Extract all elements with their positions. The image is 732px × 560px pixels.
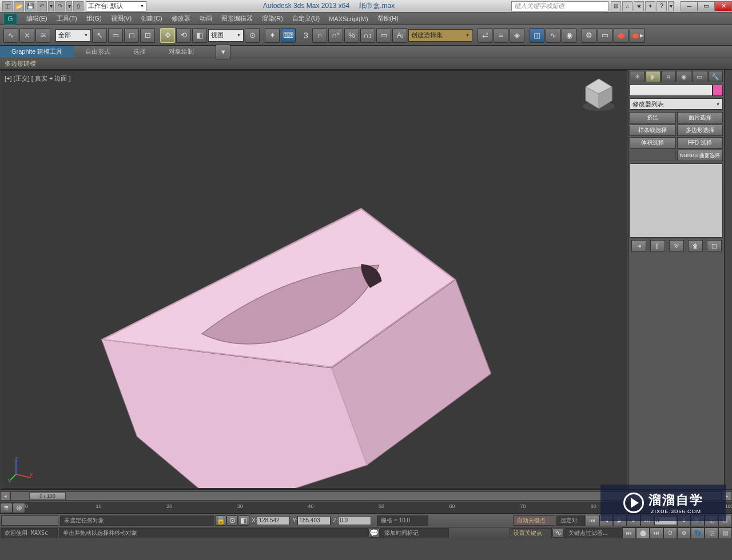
app-menu-icon[interactable]: G — [3, 13, 17, 25]
infocenter-icon[interactable]: ⊞ — [611, 1, 621, 11]
viewcube-icon[interactable] — [579, 74, 619, 114]
nav-walk-icon[interactable]: 👣 — [691, 527, 705, 539]
material-editor-icon[interactable]: ◉ — [562, 28, 576, 43]
menu-grapheditors[interactable]: 图形编辑器 — [217, 13, 257, 25]
percent-snap-icon[interactable]: % — [344, 28, 359, 43]
render-prod-icon[interactable]: 🫖 — [614, 28, 628, 43]
render-icon[interactable]: 🫖▸ — [630, 28, 645, 43]
qat-save-icon[interactable]: 💾 — [25, 1, 35, 11]
menu-tools[interactable]: 工具(T) — [52, 13, 82, 25]
object-name-input[interactable] — [630, 85, 713, 96]
tab-display-icon[interactable]: ▭ — [692, 71, 707, 82]
snap-toggle-icon[interactable]: ∩ — [312, 28, 327, 43]
sel-lock-icon[interactable]: 🔒 — [215, 515, 226, 526]
object-color-swatch[interactable] — [713, 85, 723, 96]
time-config-icon[interactable]: ⏱ — [663, 527, 677, 539]
help-icon[interactable]: ? — [657, 1, 667, 11]
menu-customize[interactable]: 自定义(U) — [288, 13, 324, 25]
pivot-center-icon[interactable]: ⊙ — [245, 28, 260, 43]
named-selection-combo[interactable]: 创建选择集 — [408, 29, 472, 42]
menu-maxscript[interactable]: MAXScript(M) — [324, 13, 372, 25]
btn-nurbs[interactable]: NURBS 曲面选择 — [677, 150, 723, 161]
slider-prev-icon[interactable]: ◂ — [0, 491, 10, 501]
link-icon[interactable]: ∿ — [3, 28, 18, 43]
viewport-label[interactable]: [+] [正交] [ 真实 + 边面 ] — [5, 74, 71, 83]
y-input[interactable] — [297, 516, 331, 525]
layer-manager-icon[interactable]: ◈ — [510, 28, 524, 43]
autokey-button[interactable]: 自动关键点 — [513, 515, 555, 526]
curve-editor-icon[interactable]: ◫ — [530, 28, 544, 43]
trackbar-key-icon[interactable]: ⊕ — [13, 503, 25, 513]
viewport[interactable]: [+] [正交] [ 真实 + 边面 ] x — [1, 70, 627, 489]
select-region-icon[interactable]: ◻ — [124, 28, 139, 43]
key-filters[interactable]: 关键点过滤器... — [564, 528, 622, 538]
edit-named-sel-icon[interactable]: ▭ — [376, 28, 391, 43]
mirror-icon[interactable]: ⇄ — [478, 28, 492, 43]
goto-start-icon[interactable]: ⏮ — [586, 515, 599, 526]
search-input[interactable]: 键入关键字或短语 — [511, 1, 608, 11]
show-end-icon[interactable]: ‖ — [650, 240, 665, 251]
qat-undo-icon[interactable]: ↶ — [37, 1, 47, 11]
schematic-view-icon[interactable]: ∿ — [546, 28, 560, 43]
btn-splinesel[interactable]: 样条线选择 — [630, 125, 676, 136]
modifier-list-combo[interactable]: 修改器列表 — [630, 98, 723, 110]
menu-group[interactable]: 组(G) — [82, 13, 106, 25]
qat-project-icon[interactable]: ⎙ — [73, 1, 83, 11]
ribbon-tab-graphite[interactable]: Graphite 建模工具 — [0, 46, 74, 58]
unlink-icon[interactable]: ⤫ — [19, 28, 34, 43]
help-dd-icon[interactable]: ▾ — [668, 1, 674, 11]
select-scale-icon[interactable]: ◧ — [192, 28, 207, 43]
render-setup-icon[interactable]: ⚙ — [582, 28, 596, 43]
setkey-button[interactable]: 设置关键点 — [510, 528, 552, 538]
menu-edit[interactable]: 编辑(E) — [22, 13, 52, 25]
axis-gizmo-icon[interactable]: x y z — [8, 457, 33, 482]
select-move-icon[interactable]: ✥ — [160, 28, 175, 43]
ribbon-tab-freeform[interactable]: 自由形式 — [74, 46, 122, 58]
menu-modifiers[interactable]: 修改器 — [167, 13, 195, 25]
align-icon[interactable]: ≡ — [494, 28, 508, 43]
favorite-icon[interactable]: ★ — [634, 1, 644, 11]
render-frame-icon[interactable]: ▭ — [598, 28, 612, 43]
select-name-icon[interactable]: ▭ — [108, 28, 123, 43]
remove-mod-icon[interactable]: 🗑 — [688, 240, 703, 251]
window-crossing-icon[interactable]: ⊡ — [140, 28, 155, 43]
z-input[interactable] — [338, 516, 371, 525]
menu-help[interactable]: 帮助(H) — [373, 13, 403, 25]
close-button[interactable]: ✕ — [715, 1, 732, 11]
edit-named-sel2-icon[interactable]: Aᵢ — [392, 28, 407, 43]
menu-views[interactable]: 视图(V) — [106, 13, 137, 25]
key-prev-icon[interactable]: ⏮ — [622, 527, 636, 539]
nav-orbit-icon[interactable]: ⊕ — [677, 527, 691, 539]
qat-redo-dd-icon[interactable]: ▾ — [66, 1, 72, 11]
key-bigkey-icon[interactable]: ⬤ — [636, 527, 650, 539]
angle-snap-icon[interactable]: ∩° — [328, 28, 343, 43]
menu-create[interactable]: 创建(C) — [136, 13, 166, 25]
ribbon-tab-selection[interactable]: 选择 — [122, 46, 157, 58]
ribbon-panel-label[interactable]: 多边形建模 — [5, 59, 36, 68]
modifier-stack[interactable] — [630, 163, 723, 238]
btn-polysel[interactable]: 多边形选择 — [677, 125, 723, 136]
trackbar-menu-icon[interactable]: ≡ — [0, 503, 13, 513]
btn-volsel[interactable]: 体积选择 — [630, 137, 676, 149]
tab-utilities-icon[interactable]: 🔧 — [708, 71, 723, 82]
minimize-button[interactable]: ─ — [681, 1, 698, 11]
ribbon-tab-paint[interactable]: 对象绘制 — [157, 46, 205, 58]
pin-stack-icon[interactable]: ⇥ — [631, 240, 646, 251]
configure-icon[interactable]: ◫ — [707, 240, 722, 251]
slider-thumb[interactable]: 0 / 100 — [29, 492, 66, 500]
btn-patchsel[interactable]: 面片选择 — [677, 112, 723, 123]
ref-coord-combo[interactable]: 视图 — [208, 29, 244, 42]
unique-icon[interactable]: ⩔ — [669, 240, 684, 251]
spinner-snap-icon[interactable]: ∩↕ — [360, 28, 375, 43]
menu-rendering[interactable]: 渲染(R) — [257, 13, 288, 25]
comm-center-icon[interactable]: 💬 — [368, 529, 380, 538]
iso-sel-icon[interactable]: ⊙ — [226, 515, 238, 526]
selection-filter-combo[interactable]: 全部 — [55, 29, 91, 42]
snap-3-icon[interactable]: 3 — [301, 28, 311, 43]
community-icon[interactable]: ⌕ — [622, 1, 632, 11]
select-object-icon[interactable]: ↖ — [92, 28, 107, 43]
script-mini-listener[interactable] — [1, 515, 58, 526]
key-next-icon[interactable]: ⏭ — [650, 527, 663, 539]
qat-redo-icon[interactable]: ↷ — [55, 1, 65, 11]
key-mode-icon[interactable]: ∿ — [552, 529, 564, 538]
